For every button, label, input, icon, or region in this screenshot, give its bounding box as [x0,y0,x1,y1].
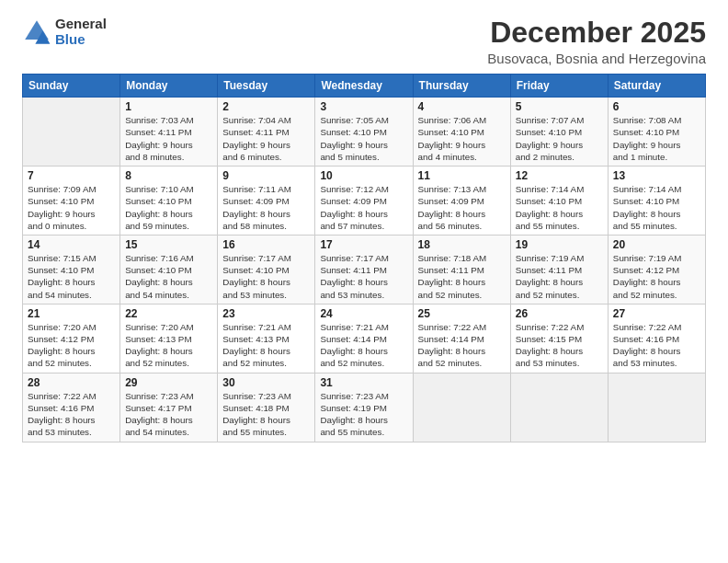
calendar-cell: 28Sunrise: 7:22 AM Sunset: 4:16 PM Dayli… [23,373,120,442]
cell-day-number: 29 [125,376,212,389]
calendar-cell [413,373,510,442]
cell-day-number: 1 [125,100,212,113]
cell-info: Sunrise: 7:22 AM Sunset: 4:15 PM Dayligh… [516,321,603,370]
calendar-cell: 13Sunrise: 7:14 AM Sunset: 4:10 PM Dayli… [608,167,705,236]
cell-info: Sunrise: 7:22 AM Sunset: 4:14 PM Dayligh… [418,321,506,370]
cell-day-number: 30 [222,376,310,389]
cell-day-number: 14 [28,238,115,251]
calendar-cell: 6Sunrise: 7:08 AM Sunset: 4:10 PM Daylig… [608,98,705,167]
cell-info: Sunrise: 7:20 AM Sunset: 4:12 PM Dayligh… [28,321,115,370]
calendar-week-1: 1Sunrise: 7:03 AM Sunset: 4:11 PM Daylig… [23,98,706,167]
cell-day-number: 15 [125,238,212,251]
cell-day-number: 27 [613,307,700,320]
logo-blue: Blue [55,32,107,48]
cell-info: Sunrise: 7:11 AM Sunset: 4:09 PM Dayligh… [222,183,310,232]
header: General Blue December 2025 Busovaca, Bos… [22,17,706,66]
calendar-cell: 5Sunrise: 7:07 AM Sunset: 4:10 PM Daylig… [510,98,608,167]
cell-info: Sunrise: 7:08 AM Sunset: 4:10 PM Dayligh… [613,114,700,163]
header-day-tuesday: Tuesday [218,75,315,98]
cell-day-number: 10 [320,169,407,182]
cell-day-number: 16 [222,238,310,251]
header-day-friday: Friday [510,75,608,98]
cell-day-number: 5 [516,100,603,113]
calendar-cell: 25Sunrise: 7:22 AM Sunset: 4:14 PM Dayli… [413,304,510,373]
cell-day-number: 12 [516,169,603,182]
calendar-cell: 14Sunrise: 7:15 AM Sunset: 4:10 PM Dayli… [23,235,120,304]
cell-day-number: 13 [613,169,700,182]
cell-info: Sunrise: 7:19 AM Sunset: 4:12 PM Dayligh… [613,252,700,301]
cell-day-number: 18 [418,238,506,251]
calendar-cell: 9Sunrise: 7:11 AM Sunset: 4:09 PM Daylig… [218,167,315,236]
calendar-cell: 12Sunrise: 7:14 AM Sunset: 4:10 PM Dayli… [510,167,608,236]
calendar-week-5: 28Sunrise: 7:22 AM Sunset: 4:16 PM Dayli… [23,373,706,442]
cell-day-number: 17 [320,238,407,251]
calendar-cell: 17Sunrise: 7:17 AM Sunset: 4:11 PM Dayli… [315,235,413,304]
cell-info: Sunrise: 7:09 AM Sunset: 4:10 PM Dayligh… [28,183,115,232]
calendar-cell: 1Sunrise: 7:03 AM Sunset: 4:11 PM Daylig… [120,98,218,167]
calendar-cell: 2Sunrise: 7:04 AM Sunset: 4:11 PM Daylig… [218,98,315,167]
calendar-cell: 3Sunrise: 7:05 AM Sunset: 4:10 PM Daylig… [315,98,413,167]
cell-day-number: 31 [320,376,407,389]
calendar-week-2: 7Sunrise: 7:09 AM Sunset: 4:10 PM Daylig… [23,167,706,236]
calendar-cell [23,98,120,167]
calendar-cell: 4Sunrise: 7:06 AM Sunset: 4:10 PM Daylig… [413,98,510,167]
cell-info: Sunrise: 7:13 AM Sunset: 4:09 PM Dayligh… [418,183,506,232]
cell-info: Sunrise: 7:23 AM Sunset: 4:18 PM Dayligh… [222,390,310,439]
calendar-cell: 18Sunrise: 7:18 AM Sunset: 4:11 PM Dayli… [413,235,510,304]
calendar-cell: 20Sunrise: 7:19 AM Sunset: 4:12 PM Dayli… [608,235,705,304]
calendar: SundayMondayTuesdayWednesdayThursdayFrid… [22,74,706,442]
cell-info: Sunrise: 7:23 AM Sunset: 4:19 PM Dayligh… [320,390,407,439]
cell-day-number: 11 [418,169,506,182]
cell-info: Sunrise: 7:20 AM Sunset: 4:13 PM Dayligh… [125,321,212,370]
logo-icon [22,17,51,47]
cell-info: Sunrise: 7:17 AM Sunset: 4:11 PM Dayligh… [320,252,407,301]
cell-info: Sunrise: 7:17 AM Sunset: 4:10 PM Dayligh… [222,252,310,301]
cell-info: Sunrise: 7:19 AM Sunset: 4:11 PM Dayligh… [516,252,603,301]
cell-info: Sunrise: 7:14 AM Sunset: 4:10 PM Dayligh… [516,183,603,232]
calendar-cell: 7Sunrise: 7:09 AM Sunset: 4:10 PM Daylig… [23,167,120,236]
cell-info: Sunrise: 7:22 AM Sunset: 4:16 PM Dayligh… [28,390,115,439]
cell-info: Sunrise: 7:04 AM Sunset: 4:11 PM Dayligh… [222,114,310,163]
calendar-cell: 11Sunrise: 7:13 AM Sunset: 4:09 PM Dayli… [413,167,510,236]
calendar-cell: 24Sunrise: 7:21 AM Sunset: 4:14 PM Dayli… [315,304,413,373]
cell-day-number: 19 [516,238,603,251]
cell-day-number: 24 [320,307,407,320]
cell-day-number: 8 [125,169,212,182]
calendar-cell [510,373,608,442]
logo: General Blue [22,17,107,47]
cell-info: Sunrise: 7:07 AM Sunset: 4:10 PM Dayligh… [516,114,603,163]
header-day-saturday: Saturday [608,75,705,98]
calendar-cell: 26Sunrise: 7:22 AM Sunset: 4:15 PM Dayli… [510,304,608,373]
calendar-header-row: SundayMondayTuesdayWednesdayThursdayFrid… [23,75,706,98]
calendar-cell: 8Sunrise: 7:10 AM Sunset: 4:10 PM Daylig… [120,167,218,236]
header-day-thursday: Thursday [413,75,510,98]
cell-day-number: 6 [613,100,700,113]
cell-info: Sunrise: 7:06 AM Sunset: 4:10 PM Dayligh… [418,114,506,163]
subtitle: Busovaca, Bosnia and Herzegovina [487,51,706,66]
calendar-cell: 31Sunrise: 7:23 AM Sunset: 4:19 PM Dayli… [315,373,413,442]
cell-info: Sunrise: 7:22 AM Sunset: 4:16 PM Dayligh… [613,321,700,370]
cell-info: Sunrise: 7:18 AM Sunset: 4:11 PM Dayligh… [418,252,506,301]
calendar-cell: 23Sunrise: 7:21 AM Sunset: 4:13 PM Dayli… [218,304,315,373]
cell-day-number: 22 [125,307,212,320]
calendar-cell: 27Sunrise: 7:22 AM Sunset: 4:16 PM Dayli… [608,304,705,373]
calendar-cell: 15Sunrise: 7:16 AM Sunset: 4:10 PM Dayli… [120,235,218,304]
cell-info: Sunrise: 7:23 AM Sunset: 4:17 PM Dayligh… [125,390,212,439]
calendar-week-3: 14Sunrise: 7:15 AM Sunset: 4:10 PM Dayli… [23,235,706,304]
cell-day-number: 4 [418,100,506,113]
cell-info: Sunrise: 7:05 AM Sunset: 4:10 PM Dayligh… [320,114,407,163]
logo-general: General [55,17,107,32]
cell-info: Sunrise: 7:21 AM Sunset: 4:14 PM Dayligh… [320,321,407,370]
cell-day-number: 9 [222,169,310,182]
header-day-wednesday: Wednesday [315,75,413,98]
cell-day-number: 25 [418,307,506,320]
cell-day-number: 28 [28,376,115,389]
calendar-cell: 30Sunrise: 7:23 AM Sunset: 4:18 PM Dayli… [218,373,315,442]
page: General Blue December 2025 Busovaca, Bos… [0,0,728,563]
header-day-sunday: Sunday [23,75,120,98]
cell-info: Sunrise: 7:16 AM Sunset: 4:10 PM Dayligh… [125,252,212,301]
calendar-cell [608,373,705,442]
calendar-cell: 22Sunrise: 7:20 AM Sunset: 4:13 PM Dayli… [120,304,218,373]
cell-day-number: 20 [613,238,700,251]
cell-info: Sunrise: 7:03 AM Sunset: 4:11 PM Dayligh… [125,114,212,163]
